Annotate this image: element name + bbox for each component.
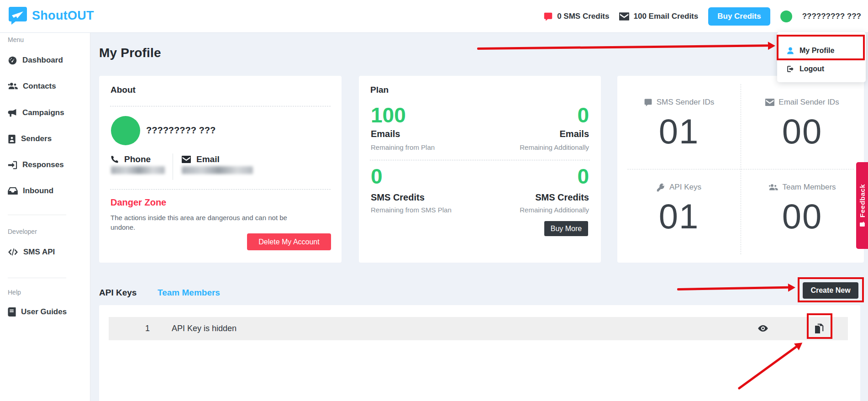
logout-icon — [786, 65, 794, 73]
my-profile-label: My Profile — [800, 47, 834, 55]
plan-emails-remaining-value: 100 — [371, 104, 406, 126]
topbar-right: 0 SMS Credits 100 Email Credits Buy Cred… — [543, 0, 861, 33]
divider — [370, 160, 590, 160]
annotation-arrow-to-my-profile — [477, 44, 768, 50]
envelope-icon — [182, 156, 191, 163]
plan-emails-additional-value: 0 — [577, 104, 589, 126]
email-label: Email — [196, 154, 220, 164]
megaphone-icon — [8, 108, 17, 118]
sidebar-item-label: Inbound — [23, 186, 53, 195]
counter-email-sender-ids: Email Sender IDs 00 — [741, 76, 864, 169]
envelope-icon — [619, 12, 629, 21]
plan-sms-remaining-value: 0 — [371, 165, 383, 187]
tab-api-keys[interactable]: API Keys — [99, 288, 137, 298]
email-credits-indicator: 100 Email Credits — [619, 12, 698, 21]
username[interactable]: ????????? ??? — [802, 12, 861, 21]
sidebar-item-label: Contacts — [23, 82, 56, 91]
sidebar-item-user-guides[interactable]: User Guides — [8, 306, 67, 318]
sidebar-item-senders[interactable]: Senders — [8, 132, 52, 145]
plan-card: Plan 100 Emails Remaining from Plan 0 Em… — [359, 76, 601, 263]
plan-stat-desc: Remaining Additionally — [520, 206, 589, 214]
plan-stat-name: SMS Credits — [371, 192, 425, 203]
sidebar-section-help: Help — [8, 289, 21, 296]
email-credits-text: 100 Email Credits — [633, 12, 698, 21]
menu-item-logout[interactable]: Logout — [786, 65, 824, 73]
delete-account-button[interactable]: Delete My Account — [247, 233, 331, 250]
topbar: ShoutOUT 0 SMS Credits 100 Email Credits… — [0, 0, 868, 33]
counter-team-members: Team Members 00 — [741, 169, 864, 262]
sidebar-item-campaigns[interactable]: Campaigns — [8, 106, 64, 119]
show-api-key-eye-icon[interactable] — [757, 322, 769, 335]
sms-credits-text: 0 SMS Credits — [557, 12, 609, 21]
menu-item-my-profile[interactable]: My Profile — [786, 47, 834, 55]
logout-label: Logout — [800, 65, 824, 73]
tab-team-members[interactable]: Team Members — [158, 288, 220, 298]
page-title: My Profile — [99, 46, 161, 60]
plan-stat-name: Emails — [560, 129, 589, 139]
code-icon — [8, 248, 18, 256]
sidebar-divider — [8, 278, 66, 278]
dashboard-icon — [8, 56, 17, 65]
feedback-label: Feedback — [858, 184, 866, 217]
buy-more-button[interactable]: Buy More — [544, 221, 588, 236]
plan-sms-additional-value: 0 — [577, 165, 589, 187]
create-new-button[interactable]: Create New — [803, 282, 858, 299]
key-icon — [657, 183, 665, 192]
copy-api-key-icon[interactable] — [813, 322, 826, 335]
sidebar-item-label: Senders — [21, 134, 52, 143]
divider — [110, 106, 331, 106]
sidebar-item-label: Campaigns — [22, 108, 64, 117]
plan-stat-name: Emails — [371, 129, 400, 139]
user-icon — [786, 47, 794, 55]
phone-icon — [110, 155, 119, 164]
profile-avatar — [111, 116, 140, 145]
feedback-tab[interactable]: Feedback — [856, 162, 868, 249]
api-key-index: 1 — [145, 324, 150, 333]
api-key-row: 1 API Key is hidden — [109, 317, 848, 340]
envelope-icon — [765, 99, 774, 106]
buy-credits-button[interactable]: Buy Credits — [708, 7, 770, 26]
paper-plane-bubble-icon — [8, 6, 27, 25]
plan-stat-name: SMS Credits — [535, 192, 589, 203]
sidebar-item-responses[interactable]: Responses — [8, 158, 64, 171]
sidebar-item-inbound[interactable]: Inbound — [8, 185, 53, 197]
sidebar-item-label: User Guides — [21, 307, 67, 317]
feedback-bubble-icon — [859, 221, 865, 227]
sidebar-item-label: Dashboard — [22, 56, 63, 65]
annotation-arrow-to-create-new — [677, 286, 789, 290]
counter-value: 01 — [617, 196, 741, 236]
counter-sms-sender-ids: SMS Sender IDs 01 — [617, 76, 741, 169]
inbox-icon — [8, 187, 18, 195]
plan-stat-desc: Remaining from SMS Plan — [371, 206, 452, 214]
counter-value: 00 — [741, 196, 864, 236]
shoutout-app: ShoutOUT 0 SMS Credits 100 Email Credits… — [0, 0, 868, 401]
shoutout-logo[interactable]: ShoutOUT — [8, 6, 94, 25]
plan-stat-desc: Remaining Additionally — [520, 143, 589, 151]
counter-value: 01 — [617, 111, 741, 151]
sidebar-item-label: Responses — [22, 160, 64, 169]
sidebar-item-dashboard[interactable]: Dashboard — [8, 54, 63, 67]
team-icon — [768, 184, 778, 191]
user-dropdown-menu: My Profile Logout — [777, 32, 866, 82]
counter-label: Email Sender IDs — [779, 98, 839, 107]
sidebar: Menu Dashboard Contacts Campaigns Sender… — [0, 33, 90, 401]
counters-card: SMS Sender IDs 01 Email Sender IDs 00 AP… — [617, 76, 864, 263]
sidebar-item-sms-api[interactable]: SMS API — [8, 246, 55, 259]
counter-value: 00 — [741, 111, 864, 151]
avatar[interactable] — [780, 11, 792, 22]
sign-in-icon — [8, 160, 17, 170]
contacts-icon — [8, 82, 18, 91]
sidebar-section-developer: Developer — [8, 228, 37, 235]
counter-label: SMS Sender IDs — [657, 98, 715, 107]
sidebar-item-contacts[interactable]: Contacts — [8, 80, 56, 93]
plan-title: Plan — [370, 85, 389, 95]
phone-value-redacted — [111, 166, 165, 174]
email-value-redacted — [182, 166, 253, 174]
sms-credits-indicator: 0 SMS Credits — [543, 12, 609, 21]
chat-icon — [644, 98, 652, 107]
api-key-hidden-text: API Key is hidden — [172, 324, 237, 333]
id-badge-icon — [8, 134, 16, 144]
phone-label-row: Phone — [110, 154, 151, 164]
api-keys-panel: 1 API Key is hidden — [99, 305, 860, 401]
contact-divider — [173, 153, 173, 180]
